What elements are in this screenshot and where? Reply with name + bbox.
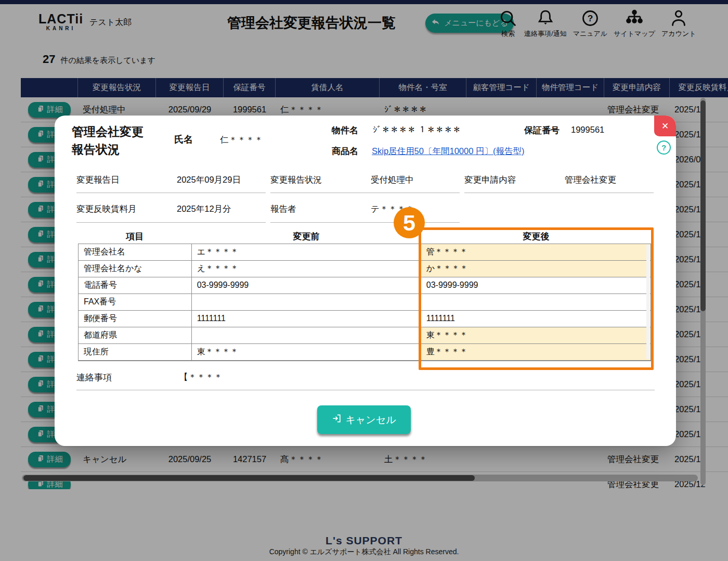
compare-item-cell: 郵便番号 <box>79 311 192 327</box>
field-report-status: 変更報告状況受付処理中 <box>270 168 460 193</box>
field-empty <box>464 193 654 222</box>
notes-label: 連絡事項 <box>76 372 112 384</box>
compare-header-item: 項目 <box>78 231 191 244</box>
compare-item-cell: 管理会社名 <box>79 244 192 260</box>
compare-item-cell: 電話番号 <box>79 277 192 294</box>
compare-header-before: 変更前 <box>191 231 421 244</box>
compare-item-cell: 都道府県 <box>79 327 192 343</box>
field-value: 2025年09月29日 <box>177 175 241 184</box>
field-value: 管理会社変更 <box>565 175 616 184</box>
cancel-button[interactable]: キャンセル <box>317 405 411 434</box>
compare-before-cell: え＊＊＊＊ <box>192 261 421 277</box>
property-name-label: 物件名 <box>332 124 358 136</box>
field-label: 報告者 <box>270 203 371 215</box>
help-icon[interactable]: ? <box>657 141 671 155</box>
field-label: 変更反映賃料月 <box>76 203 177 215</box>
field-report-date: 変更報告日2025年09月29日 <box>76 168 266 193</box>
compare-before-cell: 東＊＊＊＊ <box>192 344 421 360</box>
compare-before-cell: エ＊＊＊＊ <box>192 244 421 260</box>
compare-before-cell: 03-9999-9999 <box>192 277 421 294</box>
compare-item-cell: FAX番号 <box>79 294 192 310</box>
sign-in-arrow-icon <box>332 413 342 426</box>
compare-item-cell: 現住所 <box>79 344 192 360</box>
field-request-content: 変更申請内容管理会社変更 <box>464 168 654 193</box>
annotation-number-badge: 5 <box>394 207 425 238</box>
cancel-button-label: キャンセル <box>345 413 396 427</box>
notes-divider <box>76 390 655 390</box>
report-info-grid: 変更報告日2025年09月29日 変更報告状況受付処理中 変更申請内容管理会社変… <box>76 168 658 223</box>
modal-title-line1: 管理会社変更 <box>72 123 144 141</box>
product-link[interactable]: Skip居住用50〔年間10000 円〕(報告型) <box>372 146 524 157</box>
field-reporter: 報告者テ＊＊＊＊ <box>270 193 460 223</box>
modal-title: 管理会社変更 報告状況 <box>72 123 144 158</box>
guarantee-no-value: 1999561 <box>571 125 604 135</box>
field-label: 変更報告状況 <box>270 174 371 186</box>
field-label: 変更申請内容 <box>464 174 565 186</box>
field-value: 受付処理中 <box>371 175 414 184</box>
field-reflect-month: 変更反映賃料月2025年12月分 <box>76 193 266 223</box>
compare-item-cell: 管理会社名かな <box>79 261 192 277</box>
guarantee-no-label: 保証番号 <box>524 124 560 136</box>
field-label: 変更報告日 <box>76 174 177 186</box>
modal-title-line2: 報告状況 <box>72 141 144 158</box>
compare-before-cell <box>192 327 421 343</box>
compare-before-cell <box>192 294 421 310</box>
close-icon[interactable]: ✕ <box>654 116 676 136</box>
property-name-value: ｼﾞ＊＊＊＊ １＊＊＊＊ <box>373 125 461 135</box>
name-label: 氏名 <box>174 133 193 146</box>
annotation-highlight-rect <box>419 227 654 370</box>
name-value: 仁＊＊＊＊ <box>220 134 263 146</box>
compare-before-cell: 1111111 <box>192 311 421 327</box>
notes-value: 【＊＊＊＊ <box>179 372 223 383</box>
product-name-label: 商品名 <box>332 145 358 157</box>
field-value: 2025年12月分 <box>177 204 231 213</box>
